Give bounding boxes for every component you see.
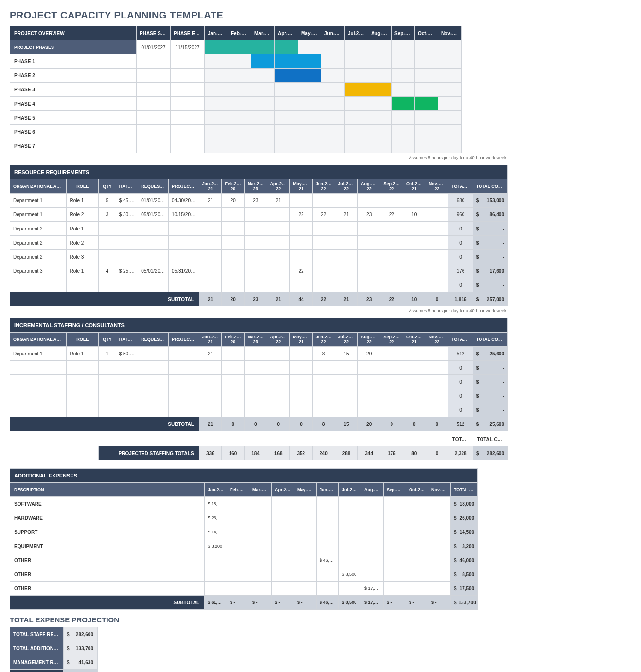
overview-table: PROJECT OVERVIEW PHASE START PHASE END J… — [10, 26, 462, 153]
table-row: 0$- — [10, 375, 508, 389]
table-row: SUPPORT$ 14,500$14,500 — [10, 525, 478, 539]
page-title: PROJECT CAPACITY PLANNING TEMPLATE — [10, 10, 631, 21]
resource-table: RESOURCE REQUIREMENTS ORGANIZATIONAL ARE… — [10, 165, 508, 306]
table-row: HARDWARE$ 26,000$26,000 — [10, 511, 478, 525]
incremental-title: INCREMENTAL STAFFING / CONSULTANTS — [10, 318, 508, 333]
table-row: SOFTWARE$ 18,000$18,000 — [10, 497, 478, 511]
table-row: Department 1Role 23$ 30.0005/01/202710/1… — [10, 208, 508, 222]
table-row: 0$- — [10, 278, 508, 292]
summary-title: TOTAL EXPENSE PROJECTION — [10, 616, 631, 624]
incremental-table: INCREMENTAL STAFFING / CONSULTANTS ORGAN… — [10, 318, 508, 431]
summary-table: TOTAL STAFF RESOURCE$282,600TOTAL ADDITI… — [10, 627, 98, 672]
phases-label: PROJECT PHASES — [10, 40, 137, 54]
table-row: 0$- — [10, 389, 508, 403]
table-row: Department 3Role 14$ 25.0005/01/202705/3… — [10, 264, 508, 278]
note-2: Assumes 8 hours per day for a 40-hour wo… — [10, 308, 508, 313]
phase-end-hdr: PHASE END — [171, 26, 205, 40]
table-row: OTHER$ 46,000$46,000 — [10, 553, 478, 567]
note-1: Assumes 8 hours per day for a 40-hour wo… — [10, 155, 508, 160]
proj-totals-table: TOTAL HOURSTOTAL COST PROJECTED STAFFING… — [10, 432, 508, 460]
expenses-table: ADDITIONAL EXPENSES DESCRIPTIONJan-2027F… — [10, 468, 478, 610]
table-row: Department 2Role 10$- — [10, 222, 508, 236]
resource-title: RESOURCE REQUIREMENTS — [10, 165, 508, 179]
overview-header: PROJECT OVERVIEW — [10, 26, 137, 40]
table-row: Department 2Role 30$- — [10, 250, 508, 264]
phase-start-hdr: PHASE START — [137, 26, 171, 40]
table-row: EQUIPMENT$ 3,200$3,200 — [10, 539, 478, 553]
table-row: Department 1Role 11$ 50.002181520512$25,… — [10, 347, 508, 361]
table-row: OTHER$ 17,500$17,500 — [10, 582, 478, 596]
table-row: Department 2Role 20$- — [10, 236, 508, 250]
table-row: 0$- — [10, 403, 508, 417]
table-row: Department 1Role 15$ 45.0001/01/202704/3… — [10, 194, 508, 208]
table-row: 0$- — [10, 361, 508, 375]
table-row: OTHER$ 8,500$8,500 — [10, 567, 478, 582]
